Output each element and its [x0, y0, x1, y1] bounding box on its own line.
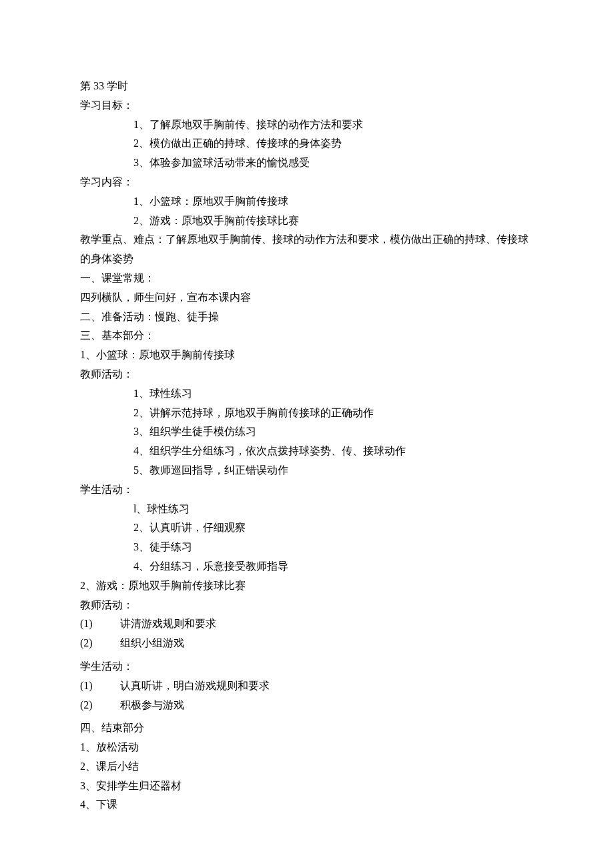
- student-item: (2) 积极参与游戏: [80, 696, 534, 715]
- keypoints: 教学重点、难点：了解原地双手胸前传、接球的动作方法和要求，模仿做出正确的持球、传…: [80, 230, 534, 269]
- end-item: 3、安排学生归还器材: [80, 777, 534, 796]
- item-text: 积极参与游戏: [120, 696, 184, 715]
- student-item: l、球性练习: [80, 500, 534, 519]
- goal-item: 2、模仿做出正确的持球、传接球的身体姿势: [80, 134, 534, 153]
- student-item: 2、认真听讲，仔细观察: [80, 518, 534, 538]
- basic-two-label: 2、游戏：原地双手胸前传接球比赛: [80, 576, 534, 596]
- end-item: 2、课后小结: [80, 757, 534, 777]
- student-item: 3、徒手练习: [80, 538, 534, 557]
- section-two-heading: 二、准备活动：慢跑、徒手操: [80, 308, 534, 327]
- student-heading: 学生活动：: [80, 480, 534, 500]
- item-text: 讲清游戏规则和要求: [120, 614, 216, 634]
- item-text: 认真听讲，明白游戏规则和要求: [120, 677, 270, 696]
- basic-one-label: 1、小篮球：原地双手胸前传接球: [80, 346, 534, 365]
- teacher-item: 1、球性练习: [80, 384, 534, 404]
- teacher-item: 2、讲解示范持球，原地双手胸前传接球的正确动作: [80, 404, 534, 423]
- lesson-title: 第 33 学时: [80, 77, 534, 96]
- teacher-heading: 教师活动：: [80, 365, 534, 384]
- content-heading: 学习内容：: [80, 173, 534, 192]
- student-item: 4、分组练习，乐意接受教师指导: [80, 557, 534, 576]
- item-number: (1): [80, 677, 120, 696]
- end-item: 1、放松活动: [80, 738, 534, 757]
- item-number: (2): [80, 696, 120, 715]
- section-three-heading: 三、基本部分：: [80, 326, 534, 346]
- goal-item: 3、体验参加篮球活动带来的愉悦感受: [80, 153, 534, 173]
- teacher-item: (2) 组织小组游戏: [80, 634, 534, 653]
- section-one-text: 四列横队，师生问好，宣布本课内容: [80, 288, 534, 308]
- item-text: 组织小组游戏: [120, 634, 184, 653]
- teacher-item: 4、组织学生分组练习，依次点拨持球姿势、传、接球动作: [80, 442, 534, 461]
- student-heading-2: 学生活动：: [80, 657, 534, 677]
- teacher-heading-2: 教师活动：: [80, 596, 534, 615]
- section-one-heading: 一、课堂常规：: [80, 269, 534, 288]
- section-four-heading: 四、结束部分: [80, 719, 534, 738]
- teacher-item: (1) 讲清游戏规则和要求: [80, 614, 534, 634]
- goals-heading: 学习目标：: [80, 96, 534, 115]
- goal-item: 1、了解原地双手胸前传、接球的动作方法和要求: [80, 115, 534, 135]
- student-item: (1) 认真听讲，明白游戏规则和要求: [80, 677, 534, 696]
- end-item: 4、下课: [80, 795, 534, 815]
- item-number: (1): [80, 614, 120, 634]
- teacher-item: 5、教师巡回指导，纠正错误动作: [80, 461, 534, 480]
- content-item: 2、游戏：原地双手胸前传接球比赛: [80, 211, 534, 231]
- content-item: 1、小篮球：原地双手胸前传接球: [80, 192, 534, 211]
- teacher-item: 3、组织学生徒手模仿练习: [80, 422, 534, 442]
- item-number: (2): [80, 634, 120, 653]
